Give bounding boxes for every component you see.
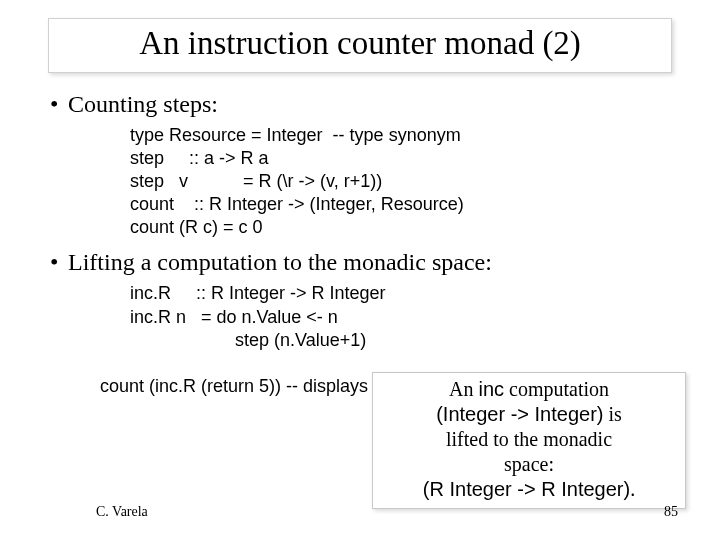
bullet-1-text: Counting steps: xyxy=(68,91,218,117)
aside-line-1: An inc computation xyxy=(379,377,679,402)
aside-l1a: An xyxy=(449,378,478,400)
bullet-2: •Lifting a computation to the monadic sp… xyxy=(50,249,680,276)
aside-line-5: (R Integer -> R Integer). xyxy=(379,477,679,502)
bullet-dot: • xyxy=(50,249,68,276)
page-number: 85 xyxy=(664,504,678,520)
code2-l3: step (n.Value+1) xyxy=(130,330,366,350)
aside-l2b: is xyxy=(603,403,621,425)
code-block-1: type Resource = Integer -- type synonym … xyxy=(130,124,680,239)
code1-l2: step :: a -> R a xyxy=(130,148,269,168)
code1-l1: type Resource = Integer -- type synonym xyxy=(130,125,461,145)
slide-title: An instruction counter monad (2) xyxy=(63,25,657,62)
code2-l2: inc.R n = do n.Value <- n xyxy=(130,307,338,327)
footer-author: C. Varela xyxy=(96,504,148,520)
code1-l3: step v = R (\r -> (v, r+1)) xyxy=(130,171,382,191)
aside-l2: (Integer -> Integer) xyxy=(436,403,603,425)
code1-l4: count :: R Integer -> (Integer, Resource… xyxy=(130,194,464,214)
aside-l1c: computation xyxy=(504,378,609,400)
code2-l1: inc.R :: R Integer -> R Integer xyxy=(130,283,386,303)
code1-l5: count (R c) = c 0 xyxy=(130,217,263,237)
bullet-dot: • xyxy=(50,91,68,118)
slide: An instruction counter monad (2) •Counti… xyxy=(0,0,720,540)
aside-l1b: inc xyxy=(478,378,504,400)
aside-l5: (R Integer -> R Integer) xyxy=(423,478,630,500)
title-box: An instruction counter monad (2) xyxy=(48,18,672,73)
aside-line-3: lifted to the monadic xyxy=(379,427,679,452)
code-block-2: inc.R :: R Integer -> R Integer inc.R n … xyxy=(130,282,680,352)
aside-line-4: space: xyxy=(379,452,679,477)
aside-l5b: . xyxy=(630,478,635,500)
bullet-1: •Counting steps: xyxy=(50,91,680,118)
aside-line-2: (Integer -> Integer) is xyxy=(379,402,679,427)
bullet-2-text: Lifting a computation to the monadic spa… xyxy=(68,249,492,275)
aside-box: An inc computation (Integer -> Integer) … xyxy=(372,372,686,509)
